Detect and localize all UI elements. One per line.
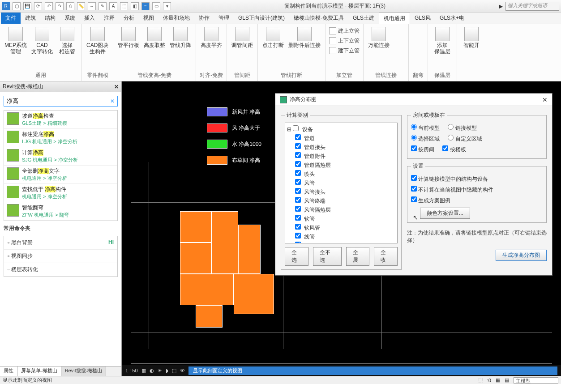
ribbon-small-button[interactable]: 上下立管 [329, 36, 360, 46]
expand-all-button[interactable]: 全展 [346, 247, 370, 266]
ribbon-button[interactable]: 添加保温层 [432, 26, 453, 55]
tree-item[interactable]: 风管接头 [287, 187, 395, 196]
tab-gls-civil[interactable]: GLS土建 [348, 13, 379, 24]
ribbon-small-button[interactable]: 建上立管 [329, 26, 360, 36]
tree-item[interactable]: 风管隔热层 [287, 205, 395, 214]
tab-gls-water[interactable]: GLS水+电 [435, 13, 469, 24]
ribbon-small-icon[interactable] [395, 37, 405, 47]
select-none-button[interactable]: 全不选 [313, 247, 342, 266]
tree-item[interactable]: 软管 [287, 214, 395, 223]
ribbon-button[interactable]: 管线升降 [169, 26, 192, 49]
ribbon-small-icon[interactable] [395, 26, 405, 36]
checkbox-gen-legend[interactable]: 生成方案图例 [411, 196, 450, 205]
tree-item[interactable]: 管道隔热层 [287, 161, 395, 170]
search-result-item[interactable]: 坡道净高检查GLS土建 > 精细建模 [4, 111, 117, 129]
tab-gls-wind[interactable]: GLS风 [410, 13, 435, 24]
category-tree[interactable]: ⊟ 设备 管道 管道接头 管道附件 管道隔热层 喷头 风管 风管接头 风管终端 … [285, 123, 398, 243]
search-result-item[interactable]: 标注梁底净高LJG 机电通用 > 净空分析 [4, 129, 117, 147]
tree-item[interactable]: 桥架 [287, 241, 395, 243]
ribbon-small-icon[interactable] [414, 26, 424, 36]
ribbon-button[interactable]: 管平行板 [117, 26, 140, 49]
ribbon-small-icon[interactable] [395, 47, 405, 57]
tab-revit-search[interactable]: Revit搜搜-橄榄山 [61, 366, 107, 376]
checkbox-exclude-hidden[interactable]: 不计算在当前视图中隐藏的构件 [411, 186, 493, 194]
tab-building[interactable]: 建筑 [21, 13, 40, 24]
tab-structure[interactable]: 结构 [40, 13, 60, 24]
thin-lines-icon[interactable]: ≡ [141, 2, 150, 10]
radio-select-region[interactable]: 选择区域 [411, 135, 440, 143]
search-result-item[interactable]: 查找低于 净高构件机电通用 > 净空分析 [4, 184, 117, 202]
tab-massing[interactable]: 体量和场地 [158, 13, 194, 24]
crop-icon[interactable]: ⬚ [172, 368, 176, 374]
ribbon-button[interactable]: 高度平齐 [200, 26, 223, 49]
tree-item[interactable]: 风管终端 [287, 196, 395, 205]
dialog-close-icon[interactable]: ✕ [542, 96, 548, 103]
shadow-icon[interactable]: ◗ [166, 368, 168, 374]
select-all-button[interactable]: 全选 [285, 247, 308, 266]
hide-icon[interactable]: 👁 [180, 368, 185, 373]
section-icon[interactable]: ◧ [131, 2, 139, 10]
switch-icon[interactable]: ▾ [163, 2, 171, 10]
filter-icon[interactable]: ▦ [496, 377, 500, 383]
radio-custom-region[interactable]: 自定义区域 [448, 135, 482, 143]
checkbox-by-room[interactable]: 按房间 [411, 145, 434, 153]
ribbon-small-icon[interactable] [414, 37, 424, 47]
checkbox-calc-link[interactable]: 计算链接模型中的结构与设备 [411, 175, 488, 183]
sync-icon[interactable]: ⟳ [34, 2, 42, 10]
ribbon-button[interactable]: 高度取整 [143, 26, 166, 49]
command-item[interactable]: ▫ 视图同步 [4, 250, 117, 263]
ribbon-button[interactable]: 点击打断 [261, 26, 285, 49]
tree-root[interactable]: ⊟ 设备 [287, 125, 395, 134]
tab-gls-arch[interactable]: GLS正向设计(建筑) [234, 13, 289, 24]
tab-view[interactable]: 视图 [139, 13, 158, 24]
ribbon-button[interactable]: CAD图块生构件 [86, 26, 109, 55]
ribbon-small-icon[interactable] [414, 47, 424, 57]
tab-insert[interactable]: 插入 [80, 13, 99, 24]
tree-item[interactable]: 喷头 [287, 170, 395, 179]
ribbon-button[interactable]: CAD文字转化 [30, 26, 54, 55]
radio-current-model[interactable]: 当前模型 [411, 124, 440, 132]
side-search-input[interactable] [7, 98, 96, 105]
tab-properties[interactable]: 属性 [0, 366, 17, 376]
ribbon-small-button[interactable]: 建下立管 [329, 46, 360, 55]
view-scale[interactable]: 1 : 50 [125, 368, 138, 373]
tree-item[interactable]: 管道接头 [287, 143, 395, 152]
tab-collab[interactable]: 协作 [194, 13, 214, 24]
command-item[interactable]: ▫ 楼层表转化 [4, 263, 117, 277]
search-result-item[interactable]: 计算净高SJG 机电通用 > 净空分析 [4, 147, 117, 166]
text-icon[interactable]: A [109, 2, 117, 10]
measure-icon[interactable]: 📏 [77, 2, 85, 10]
checkbox-by-floor[interactable]: 按楼板 [442, 145, 466, 153]
tab-manage[interactable]: 管理 [214, 13, 234, 24]
side-close-icon[interactable]: ✕ [114, 84, 119, 90]
tab-screen-menu[interactable]: 屏幕菜单-橄榄山 [17, 366, 61, 376]
visual-style-icon[interactable]: ◐ [150, 368, 154, 374]
tab-system[interactable]: 系统 [60, 13, 80, 24]
sun-icon[interactable]: ☀ [158, 368, 162, 374]
ribbon-button[interactable]: MEP系统管理 [4, 26, 28, 55]
tab-annotate[interactable]: 注释 [99, 13, 119, 24]
color-scheme-button[interactable]: 颜色方案设置... [420, 208, 470, 219]
save-icon[interactable]: 💾 [23, 2, 31, 10]
search-result-item[interactable]: 智能翻弯ZFW 机电通用 > 翻弯 [4, 202, 117, 221]
search-result-item[interactable]: 全部删净高文字机电通用 > 净空分析 [4, 166, 117, 184]
3d-icon[interactable]: ⬚ [120, 2, 128, 10]
tab-analyze[interactable]: 分析 [119, 13, 139, 24]
tree-item[interactable]: 管道附件 [287, 152, 395, 161]
workset-icon[interactable]: ▤ [505, 377, 509, 383]
close-views-icon[interactable]: ▭ [152, 2, 160, 10]
tab-file[interactable]: 文件 [1, 13, 21, 24]
tag-icon[interactable]: ✎ [98, 2, 107, 10]
ribbon-button[interactable]: 选择相连管 [56, 26, 78, 55]
undo-icon[interactable]: ↶ [45, 2, 53, 10]
help-search-input[interactable]: 键入关键字或短语 [505, 2, 559, 11]
tab-mep[interactable]: 机电通用 [379, 13, 410, 24]
generate-button[interactable]: 生成净高分布图 [496, 250, 547, 261]
ribbon-button[interactable]: 调管间距 [231, 26, 254, 49]
tree-item[interactable]: 软风管 [287, 223, 395, 232]
radio-link-model[interactable]: 链接模型 [448, 124, 476, 132]
dim-icon[interactable]: ↔ [88, 2, 96, 10]
tree-item[interactable]: 风管 [287, 179, 395, 187]
tree-item[interactable]: 管道 [287, 134, 395, 143]
ribbon-button[interactable]: 智能开 [461, 26, 482, 49]
